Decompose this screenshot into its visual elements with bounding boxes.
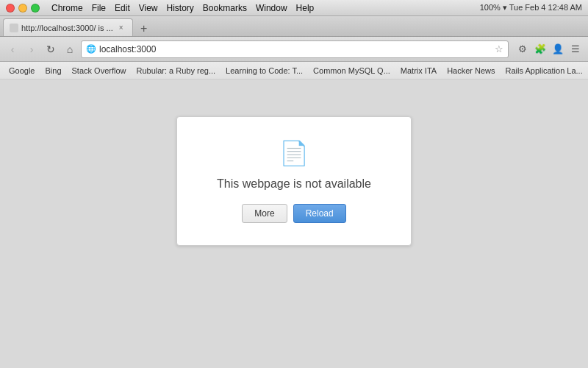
bookmark-matrix-ita[interactable]: Matrix ITA <box>396 65 441 77</box>
bookmark-label: Google <box>9 66 35 75</box>
bookmark-star-icon[interactable]: ☆ <box>495 43 503 54</box>
user-icon[interactable]: 👤 <box>550 41 566 57</box>
menu-bookmarks[interactable]: Bookmarks <box>203 3 247 13</box>
browser-content: 📄 This webpage is not available More Rel… <box>0 79 588 368</box>
menu-chrome[interactable]: Chrome <box>51 3 83 13</box>
menu-history[interactable]: History <box>167 3 194 13</box>
tab-label: http://localhost:3000/ is ... <box>21 24 113 32</box>
nav-actions: ⚙ 🧩 👤 ☰ <box>514 41 584 57</box>
reload-page-button[interactable]: Reload <box>293 204 346 223</box>
window-controls <box>6 4 40 13</box>
menu-edit[interactable]: Edit <box>115 3 130 13</box>
reload-button[interactable]: ↻ <box>43 41 59 57</box>
more-button[interactable]: More <box>242 204 287 223</box>
chrome-menu-icon[interactable]: ☰ <box>567 41 584 57</box>
system-info: 100% ▾ Tue Feb 4 12:48 AM <box>480 3 582 13</box>
maximize-window-button[interactable] <box>31 4 40 13</box>
menu-bar: Chrome File Edit View History Bookmarks … <box>51 3 314 13</box>
menu-window[interactable]: Window <box>256 3 287 13</box>
bookmark-hacker-news[interactable]: Hacker News <box>442 65 499 77</box>
bookmark-label: Learning to Code: T... <box>226 66 303 75</box>
bookmark-rubular[interactable]: Rubular: a Ruby reg... <box>132 65 220 77</box>
page-icon: 🌐 <box>86 44 96 54</box>
menu-help[interactable]: Help <box>296 3 315 13</box>
home-button[interactable]: ⌂ <box>62 41 78 57</box>
bookmark-rails-app[interactable]: Rails Application La... <box>501 65 587 77</box>
system-status: 100% ▾ Tue Feb 4 12:48 AM <box>480 3 582 13</box>
bookmark-label: Common MySQL Q... <box>313 66 390 75</box>
back-button[interactable]: ‹ <box>4 41 21 57</box>
tab-favicon <box>10 24 18 32</box>
url-display: localhost:3000 <box>99 44 492 54</box>
menu-file[interactable]: File <box>92 3 106 13</box>
bookmark-learning-to-code[interactable]: Learning to Code: T... <box>221 65 307 77</box>
navigation-bar: ‹ › ↻ ⌂ 🌐 localhost:3000 ☆ ⚙ 🧩 👤 ☰ <box>0 37 588 62</box>
forward-button[interactable]: › <box>24 41 40 57</box>
extensions-icon[interactable]: 🧩 <box>532 41 548 57</box>
error-actions: More Reload <box>242 204 345 223</box>
bookmark-label: Hacker News <box>447 66 495 75</box>
tab-close-button[interactable]: × <box>116 23 126 33</box>
error-card: 📄 This webpage is not available More Rel… <box>176 116 412 246</box>
bookmark-google[interactable]: Google <box>4 65 39 77</box>
bookmarks-bar: Google Bing Stack Overflow Rubular: a Ru… <box>0 62 588 79</box>
error-message: This webpage is not available <box>217 177 371 191</box>
settings-icon[interactable]: ⚙ <box>514 41 531 57</box>
bookmark-mysql[interactable]: Common MySQL Q... <box>309 65 395 77</box>
minimize-window-button[interactable] <box>18 4 27 13</box>
bookmark-label: Rubular: a Ruby reg... <box>136 66 215 75</box>
tab-bar: http://localhost:3000/ is ... × + <box>0 16 588 37</box>
bookmark-bing[interactable]: Bing <box>40 65 65 77</box>
bookmark-stackoverflow[interactable]: Stack Overflow <box>68 65 131 77</box>
active-tab[interactable]: http://localhost:3000/ is ... × <box>3 18 133 36</box>
bookmark-label: Bing <box>45 66 61 75</box>
bookmark-label: Stack Overflow <box>72 66 126 75</box>
error-icon: 📄 <box>279 139 309 167</box>
menu-view[interactable]: View <box>139 3 158 13</box>
bookmark-label: Rails Application La... <box>506 66 583 75</box>
titlebar: Chrome File Edit View History Bookmarks … <box>0 0 588 16</box>
close-window-button[interactable] <box>6 4 15 13</box>
bookmark-label: Matrix ITA <box>401 66 437 75</box>
address-bar[interactable]: 🌐 localhost:3000 ☆ <box>81 40 509 58</box>
new-tab-button[interactable]: + <box>136 21 152 36</box>
